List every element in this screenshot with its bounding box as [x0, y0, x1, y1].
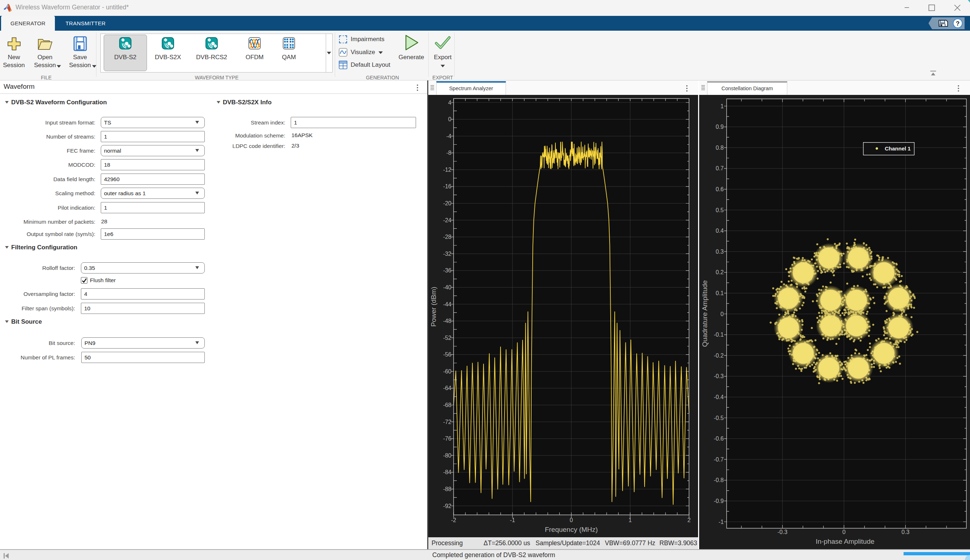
svg-text:-68: -68	[443, 402, 452, 408]
svg-text:-52: -52	[443, 335, 452, 341]
svg-text:0: 0	[570, 517, 573, 523]
svg-text:-0.3: -0.3	[778, 529, 788, 535]
svg-text:0: 0	[721, 311, 724, 317]
svg-text:-44: -44	[443, 301, 452, 307]
svg-text:-80: -80	[443, 452, 452, 458]
svg-text:-0.1: -0.1	[714, 332, 724, 338]
svg-text:Quadrature Amplitude: Quadrature Amplitude	[701, 280, 709, 347]
svg-text:-64: -64	[443, 385, 452, 391]
svg-text:-76: -76	[443, 435, 452, 442]
svg-text:-12: -12	[443, 167, 452, 173]
svg-text:-16: -16	[443, 183, 452, 190]
svg-text:?: ?	[956, 20, 960, 27]
svg-text:-36: -36	[443, 267, 452, 273]
svg-text:In-phase Amplitude: In-phase Amplitude	[816, 538, 875, 545]
svg-text:-0.3: -0.3	[714, 373, 724, 379]
svg-text:-0.4: -0.4	[714, 394, 724, 400]
svg-text:4: 4	[448, 100, 452, 106]
svg-text:-2: -2	[451, 517, 456, 523]
svg-text:-92: -92	[443, 503, 452, 509]
svg-text:-1: -1	[510, 517, 515, 523]
svg-text:0.6: 0.6	[716, 186, 724, 192]
svg-text:Channel 1: Channel 1	[885, 145, 911, 152]
svg-text:2: 2	[687, 517, 691, 523]
svg-text:0.3: 0.3	[901, 529, 909, 535]
svg-text:-0.7: -0.7	[714, 457, 724, 463]
svg-text:-0.2: -0.2	[714, 353, 724, 359]
svg-text:-40: -40	[443, 284, 452, 290]
svg-text:0: 0	[448, 116, 452, 122]
svg-text:-4: -4	[447, 133, 452, 139]
svg-text:0.1: 0.1	[716, 290, 724, 296]
svg-text:Frequency (MHz): Frequency (MHz)	[545, 526, 598, 533]
svg-text:-1: -1	[719, 519, 724, 525]
svg-text:0.2: 0.2	[716, 269, 724, 275]
svg-text:-0.5: -0.5	[714, 415, 724, 421]
svg-text:1: 1	[721, 103, 724, 109]
svg-text:-72: -72	[443, 419, 452, 425]
svg-text:-20: -20	[443, 200, 452, 207]
svg-text:-84: -84	[443, 469, 452, 475]
svg-text:-8: -8	[447, 150, 452, 156]
svg-text:Power (dBm): Power (dBm)	[430, 287, 437, 327]
svg-text:-88: -88	[443, 486, 452, 492]
svg-text:-48: -48	[443, 318, 452, 324]
svg-text:0.9: 0.9	[716, 124, 724, 130]
svg-text:-0.6: -0.6	[714, 435, 724, 442]
svg-text:-28: -28	[443, 234, 452, 240]
svg-text:0.4: 0.4	[716, 228, 724, 234]
svg-text:-0.9: -0.9	[714, 498, 724, 504]
svg-text:0.5: 0.5	[716, 207, 724, 213]
svg-text:1: 1	[629, 517, 632, 523]
svg-text:0: 0	[843, 529, 846, 535]
svg-text:-24: -24	[443, 217, 452, 223]
svg-text:-56: -56	[443, 352, 452, 358]
svg-text:0.3: 0.3	[716, 248, 724, 255]
svg-text:0.8: 0.8	[716, 145, 724, 151]
svg-text:-0.8: -0.8	[714, 477, 724, 483]
svg-text:0.7: 0.7	[716, 165, 724, 172]
svg-text:-60: -60	[443, 368, 452, 375]
svg-text:-32: -32	[443, 251, 452, 257]
